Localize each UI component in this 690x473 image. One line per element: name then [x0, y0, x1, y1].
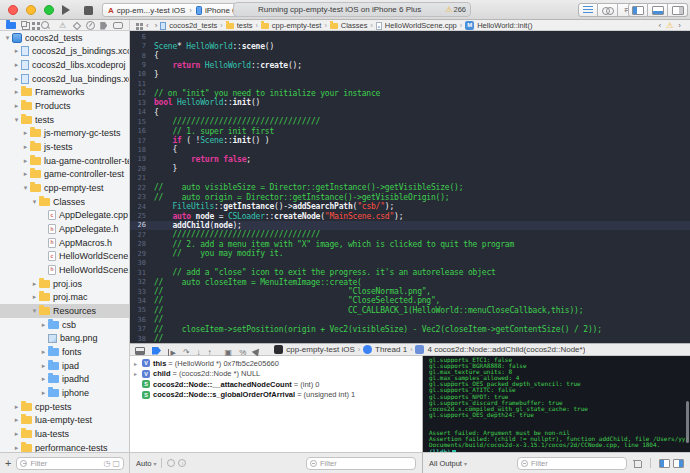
- clear-console-icon[interactable]: [633, 459, 641, 467]
- breakpoints-toggle-icon[interactable]: [152, 347, 161, 355]
- sidebar-item-js-tests[interactable]: ▸js-tests: [0, 140, 129, 154]
- simulate-location-icon[interactable]: [252, 346, 263, 356]
- sidebar-item-appdelegate-cpp[interactable]: cAppDelegate.cpp: [0, 209, 129, 223]
- find-navigator-icon[interactable]: [40, 20, 51, 31]
- sidebar-item-cocos2d-tests[interactable]: ▾cocos2d_tests: [0, 31, 129, 45]
- disclosure-closed-icon[interactable]: ▸: [12, 444, 21, 452]
- disclosure-closed-icon[interactable]: ▸: [21, 157, 30, 165]
- line-number[interactable]: 17: [130, 137, 154, 145]
- breadcrumb-item[interactable]: cHelloWorldScene.cpp: [376, 21, 457, 30]
- source-control-navigator-icon[interactable]: [22, 22, 30, 30]
- info-icon[interactable]: i: [178, 459, 186, 467]
- console-scrollbar[interactable]: [686, 401, 689, 443]
- line-number[interactable]: 25: [130, 212, 154, 220]
- sidebar-item-fonts[interactable]: ▸fonts: [0, 345, 129, 359]
- disclosure-closed-icon[interactable]: ▸: [39, 389, 48, 397]
- line-number[interactable]: 31: [130, 269, 154, 277]
- related-items-icon[interactable]: [136, 23, 139, 26]
- window-close-button[interactable]: [8, 5, 18, 15]
- source-control-status-icon[interactable]: ▢: [112, 459, 120, 468]
- sidebar-item-lua-tests[interactable]: ▸lua-tests: [0, 427, 129, 441]
- line-number[interactable]: 34: [130, 297, 154, 305]
- window-minimize-button[interactable]: [26, 5, 36, 15]
- sidebar-item-frameworks[interactable]: ▸Frameworks: [0, 86, 129, 100]
- code-editor[interactable]: 67Scene* HelloWorld::scene()8{9 return H…: [130, 31, 690, 343]
- line-number[interactable]: 36: [130, 316, 154, 324]
- disclosure-closed-icon[interactable]: ▸: [12, 75, 21, 83]
- scheme-name[interactable]: cpp-em...y-test iOS: [117, 6, 185, 15]
- hide-debug-area-icon[interactable]: [135, 347, 145, 355]
- sidebar-item-cocos2d-libs-xcodeproj[interactable]: ▸cocos2d_libs.xcodeproj: [0, 58, 129, 72]
- line-number[interactable]: 21: [130, 174, 154, 182]
- sidebar-item-proj-mac[interactable]: ▸proj.mac: [0, 290, 129, 304]
- sidebar-item-cpp-tests[interactable]: ▸cpp-tests: [0, 400, 129, 414]
- disclosure-open-icon[interactable]: ▾: [30, 198, 39, 206]
- forward-button[interactable]: ›: [155, 21, 158, 30]
- disclosure-closed-icon[interactable]: ▸: [12, 416, 21, 424]
- line-number[interactable]: 11: [130, 80, 154, 88]
- line-number[interactable]: 33: [130, 288, 154, 296]
- line-number[interactable]: 26: [130, 221, 154, 229]
- sidebar-item-lua-game-controller-test[interactable]: ▸lua-game-controller-test: [0, 154, 129, 168]
- issue-warning-icon[interactable]: ⚠: [666, 21, 673, 30]
- line-number[interactable]: 23: [130, 193, 154, 201]
- variables-scope-select[interactable]: Auto: [136, 459, 151, 468]
- add-button[interactable]: +: [5, 457, 11, 469]
- line-number[interactable]: 18: [130, 146, 154, 154]
- sidebar-item-cpp-empty-test[interactable]: ▾cpp-empty-test: [0, 181, 129, 195]
- recent-files-icon[interactable]: ◷: [103, 459, 110, 468]
- disclosure-closed-icon[interactable]: ▸: [39, 321, 48, 329]
- variables-view[interactable]: ▸Vthis= (HelloWorld *) 0x7fb5c2e05660▸Vc…: [130, 356, 423, 452]
- breakpoint-navigator-icon[interactable]: [100, 22, 107, 30]
- line-number[interactable]: 19: [130, 155, 154, 163]
- sidebar-item-appdelegate-h[interactable]: hAppDelegate.h: [0, 222, 129, 236]
- standard-editor-button[interactable]: [578, 3, 598, 17]
- test-navigator-icon[interactable]: [73, 21, 81, 29]
- line-number[interactable]: 7: [130, 42, 154, 50]
- sidebar-item-game-controller-test[interactable]: ▸game-controller-test: [0, 168, 129, 182]
- previous-issue-button[interactable]: ‹: [658, 21, 661, 30]
- toggle-navigator-button[interactable]: [628, 3, 648, 17]
- variables-filter-field[interactable]: Filter: [306, 457, 416, 470]
- breadcrumb-item[interactable]: cpp-empty-test iOS: [274, 345, 354, 354]
- disclosure-open-icon[interactable]: ▾: [30, 307, 39, 315]
- line-number[interactable]: 14: [130, 108, 154, 116]
- disclosure-closed-icon[interactable]: ▸: [134, 370, 142, 377]
- disclosure-closed-icon[interactable]: ▸: [21, 129, 30, 137]
- variable-row-cocos2d-node-s-globalorderofarrival[interactable]: Scocos2d::Node::s_globalOrderOfArrival= …: [130, 390, 422, 401]
- sidebar-item-appmacros-h[interactable]: hAppMacros.h: [0, 236, 129, 250]
- sidebar-item-performance-tests[interactable]: ▸performance-tests: [0, 441, 129, 452]
- project-navigator-icon[interactable]: [6, 22, 16, 29]
- window-zoom-button[interactable]: [44, 5, 54, 15]
- toggle-inspector-button[interactable]: [668, 3, 688, 17]
- sidebar-item-iphone[interactable]: ▸iphone: [0, 386, 129, 400]
- breadcrumb-item[interactable]: cocos2d_tests: [160, 21, 217, 30]
- sidebar-item-csb[interactable]: ▸csb: [0, 318, 129, 332]
- line-number[interactable]: 30: [130, 259, 154, 267]
- disclosure-closed-icon[interactable]: ▸: [12, 102, 21, 110]
- line-number[interactable]: 16: [130, 127, 154, 135]
- sidebar-item-ipadhd[interactable]: ▸ipadhd: [0, 372, 129, 386]
- line-number[interactable]: 24: [130, 203, 154, 211]
- disclosure-closed-icon[interactable]: ▸: [12, 47, 21, 55]
- disclosure-closed-icon[interactable]: ▸: [39, 375, 48, 383]
- sidebar-item-cocos2d-js-bindings-xcodeproj[interactable]: ▸cocos2d_js_bindings.xcodeproj: [0, 45, 129, 59]
- breadcrumb-item[interactable]: cpp-empty-test: [261, 21, 322, 30]
- breadcrumb-item[interactable]: Classes: [330, 21, 368, 30]
- sidebar-item-products[interactable]: ▸Products: [0, 99, 129, 113]
- disclosure-closed-icon[interactable]: ▸: [39, 362, 48, 370]
- stop-button[interactable]: [84, 6, 93, 15]
- line-number[interactable]: 10: [130, 70, 154, 78]
- line-number[interactable]: 15: [130, 118, 154, 126]
- variable-row-this[interactable]: ▸Vthis= (HelloWorld *) 0x7fb5c2e05660: [130, 358, 422, 369]
- toggle-variables-pane-icon[interactable]: [659, 459, 670, 468]
- line-number[interactable]: 28: [130, 240, 154, 248]
- line-number[interactable]: 20: [130, 165, 154, 173]
- sidebar-item-helloworldscene-h[interactable]: hHelloWorldScene.h: [0, 263, 129, 277]
- issue-navigator-icon[interactable]: ⚠: [57, 20, 68, 31]
- sidebar-item-bang-png[interactable]: bang.png: [0, 331, 129, 345]
- back-button[interactable]: ‹: [146, 21, 149, 30]
- disclosure-closed-icon[interactable]: ▸: [12, 61, 21, 69]
- symbol-navigator-icon[interactable]: [32, 22, 35, 25]
- debug-navigator-icon[interactable]: [86, 21, 95, 30]
